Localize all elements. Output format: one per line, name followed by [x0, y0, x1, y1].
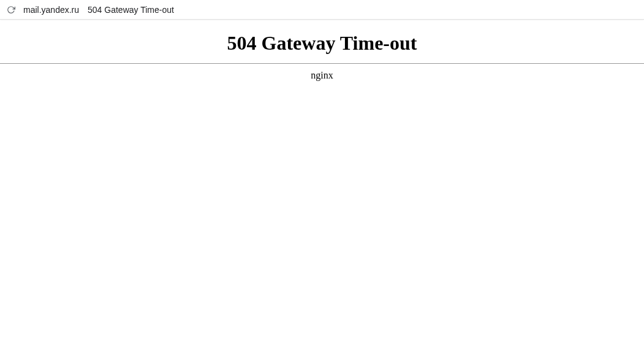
tab-title-text: 504 Gateway Time-out [88, 5, 174, 15]
server-text: nginx [0, 64, 644, 81]
page-content: 504 Gateway Time-out nginx [0, 20, 644, 81]
url-text[interactable]: mail.yandex.ru [23, 5, 79, 15]
address-bar: mail.yandex.ru 504 Gateway Time-out [0, 0, 644, 20]
error-heading: 504 Gateway Time-out [0, 27, 644, 63]
reload-icon[interactable] [6, 5, 16, 15]
